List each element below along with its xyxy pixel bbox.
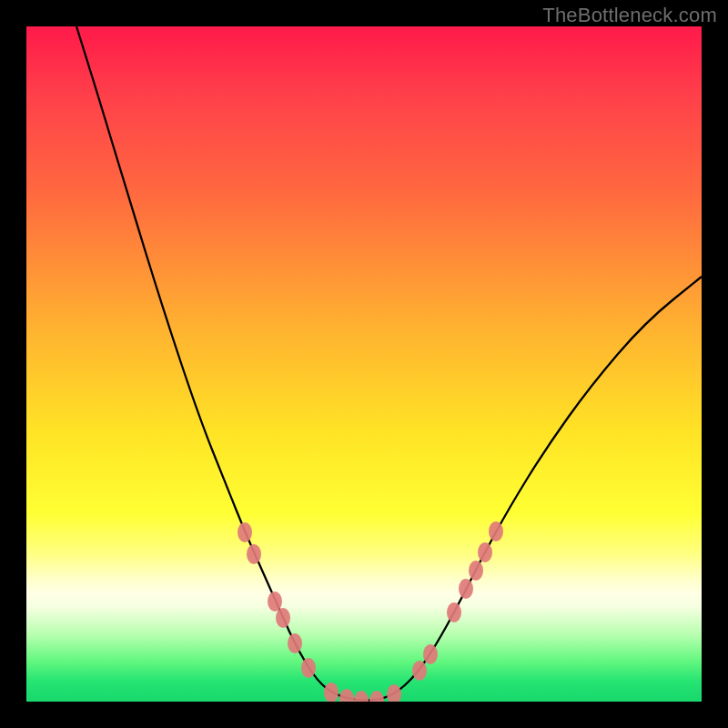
- curve-dot: [412, 661, 427, 681]
- curve-dot: [469, 561, 483, 581]
- bottleneck-curve: [76, 26, 702, 701]
- curve-dot: [339, 689, 354, 702]
- curve-dot: [276, 608, 290, 628]
- curve-dot: [369, 691, 384, 702]
- plot-area: [26, 26, 702, 702]
- curve-dot: [354, 691, 369, 702]
- watermark-text: TheBottleneck.com: [542, 4, 717, 27]
- curve-dot: [324, 682, 339, 702]
- chart-svg: [26, 26, 702, 702]
- curve-dot: [268, 592, 282, 612]
- curve-dot: [288, 633, 302, 653]
- curve-dot: [238, 522, 252, 542]
- curve-dot: [478, 542, 492, 562]
- curve-dot: [247, 544, 261, 564]
- curve-dot: [447, 602, 461, 622]
- curve-dot: [301, 658, 316, 678]
- curve-dot: [387, 684, 401, 702]
- dot-group: [238, 521, 503, 702]
- curve-dot: [489, 521, 503, 541]
- curve-dot: [423, 644, 438, 664]
- outer-frame: TheBottleneck.com: [0, 0, 728, 728]
- curve-dot: [459, 579, 473, 599]
